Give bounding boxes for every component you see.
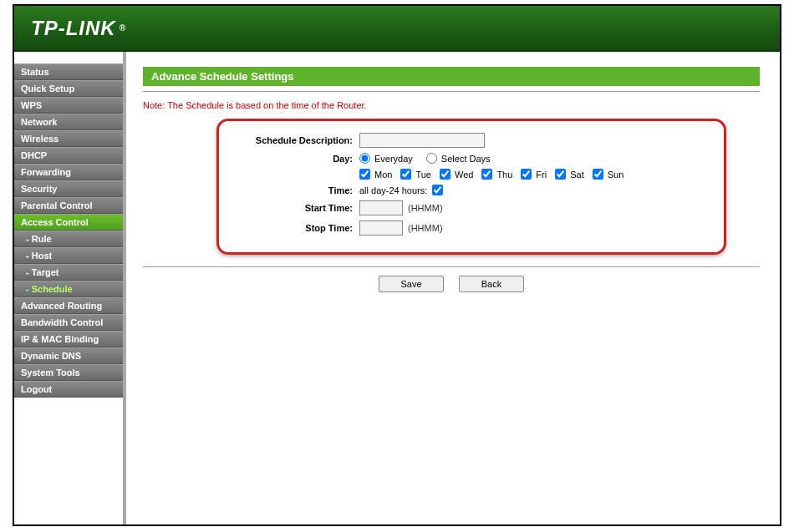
app-frame: TP-LINK® StatusQuick SetupWPSNetworkWire… <box>13 4 781 526</box>
page-title: Advance Schedule Settings <box>143 67 760 86</box>
sidebar-item-schedule[interactable]: - Schedule <box>14 281 123 297</box>
sidebar-item-wps[interactable]: WPS <box>14 97 123 114</box>
sidebar-item-parental-control[interactable]: Parental Control <box>14 197 123 214</box>
day-label-mon: Mon <box>374 170 392 180</box>
sidebar: StatusQuick SetupWPSNetworkWirelessDHCPF… <box>14 52 126 524</box>
day-checkbox-input-mon[interactable] <box>359 169 370 180</box>
row-time: Time: all day-24 hours: <box>226 185 709 195</box>
sidebar-item-bandwidth-control[interactable]: Bandwidth Control <box>14 314 123 331</box>
sidebar-item-ip-mac-binding[interactable]: IP & MAC Binding <box>14 331 123 347</box>
radio-selectdays-label: Select Days <box>441 154 491 164</box>
day-checkbox-tue[interactable]: Tue <box>400 169 431 180</box>
brand-logo: TP-LINK® <box>31 17 126 40</box>
day-checkbox-input-tue[interactable] <box>400 169 411 180</box>
sidebar-item-system-tools[interactable]: System Tools <box>14 364 123 381</box>
note-text: Note: The Schedule is based on the time … <box>143 100 760 110</box>
save-button[interactable]: Save <box>379 276 444 292</box>
body-area: StatusQuick SetupWPSNetworkWirelessDHCPF… <box>14 52 780 524</box>
back-button[interactable]: Back <box>459 276 524 292</box>
day-label-tue: Tue <box>415 170 431 180</box>
row-stop-time: Stop Time: (HHMM) <box>226 220 709 236</box>
form-callout: Schedule Description: Day: Everyday <box>216 119 726 255</box>
sidebar-item-security[interactable]: Security <box>14 180 123 197</box>
button-row: Save Back <box>143 276 760 292</box>
row-start-time: Start Time: (HHMM) <box>226 200 709 215</box>
day-checkbox-mon[interactable]: Mon <box>359 169 392 180</box>
sidebar-item-network[interactable]: Network <box>14 114 123 130</box>
start-time-hint: (HHMM) <box>408 203 443 213</box>
sidebar-item-quick-setup[interactable]: Quick Setup <box>14 80 123 97</box>
time-allday-label: all day-24 hours: <box>359 185 427 195</box>
sidebar-item-status[interactable]: Status <box>14 63 123 80</box>
stop-time-input[interactable] <box>359 220 403 236</box>
sidebar-item-access-control[interactable]: Access Control <box>14 214 123 231</box>
label-time: Time: <box>226 185 359 195</box>
schedule-description-input[interactable] <box>359 133 485 148</box>
day-checkbox-input-thu[interactable] <box>481 169 492 180</box>
day-label-fri: Fri <box>536 170 547 180</box>
row-day: Day: Everyday Select Days <box>226 153 709 164</box>
sidebar-item-advanced-routing[interactable]: Advanced Routing <box>14 297 123 314</box>
label-day: Day: <box>226 154 359 164</box>
day-label-sat: Sat <box>570 170 584 180</box>
stop-time-hint: (HHMM) <box>408 223 443 233</box>
day-checkbox-fri[interactable]: Fri <box>521 169 547 180</box>
day-label-thu: Thu <box>496 170 512 180</box>
radio-everyday[interactable] <box>359 153 370 164</box>
row-schedule-description: Schedule Description: <box>226 133 709 148</box>
label-stop-time: Stop Time: <box>226 223 359 233</box>
day-checkbox-wed[interactable]: Wed <box>440 169 473 180</box>
radio-everyday-wrap[interactable]: Everyday <box>359 153 413 164</box>
brand-text: TP-LINK <box>31 17 116 40</box>
main-panel: Advance Schedule Settings Note: The Sche… <box>126 52 780 524</box>
label-start-time: Start Time: <box>226 203 359 213</box>
day-checkbox-input-fri[interactable] <box>521 169 532 180</box>
divider <box>143 91 760 92</box>
allday-checkbox[interactable] <box>432 185 443 195</box>
row-days-checkboxes: MonTueWedThuFriSatSun <box>226 169 709 180</box>
sidebar-item-forwarding[interactable]: Forwarding <box>14 164 123 180</box>
day-checkbox-input-wed[interactable] <box>440 169 450 180</box>
day-label-wed: Wed <box>455 170 473 180</box>
sidebar-item-host[interactable]: - Host <box>14 247 123 264</box>
sidebar-item-dhcp[interactable]: DHCP <box>14 147 123 164</box>
sidebar-item-logout[interactable]: Logout <box>14 381 123 398</box>
sidebar-item-target[interactable]: - Target <box>14 264 123 281</box>
start-time-input[interactable] <box>359 200 403 215</box>
day-checkbox-input-sun[interactable] <box>593 169 603 180</box>
day-label-sun: Sun <box>608 170 624 180</box>
day-checkbox-thu[interactable]: Thu <box>481 169 512 180</box>
radio-selectdays-wrap[interactable]: Select Days <box>426 153 491 164</box>
day-checkbox-sat[interactable]: Sat <box>555 169 584 180</box>
divider-bottom <box>143 266 760 267</box>
label-schedule-description: Schedule Description: <box>226 135 359 145</box>
day-checkbox-input-sat[interactable] <box>555 169 566 180</box>
header-bar: TP-LINK® <box>14 6 780 52</box>
registered-mark: ® <box>120 23 126 33</box>
sidebar-item-dynamic-dns[interactable]: Dynamic DNS <box>14 347 123 364</box>
radio-select-days[interactable] <box>426 153 437 164</box>
sidebar-item-rule[interactable]: - Rule <box>14 231 123 247</box>
radio-everyday-label: Everyday <box>374 154 413 164</box>
day-checkbox-sun[interactable]: Sun <box>593 169 624 180</box>
sidebar-item-wireless[interactable]: Wireless <box>14 130 123 147</box>
